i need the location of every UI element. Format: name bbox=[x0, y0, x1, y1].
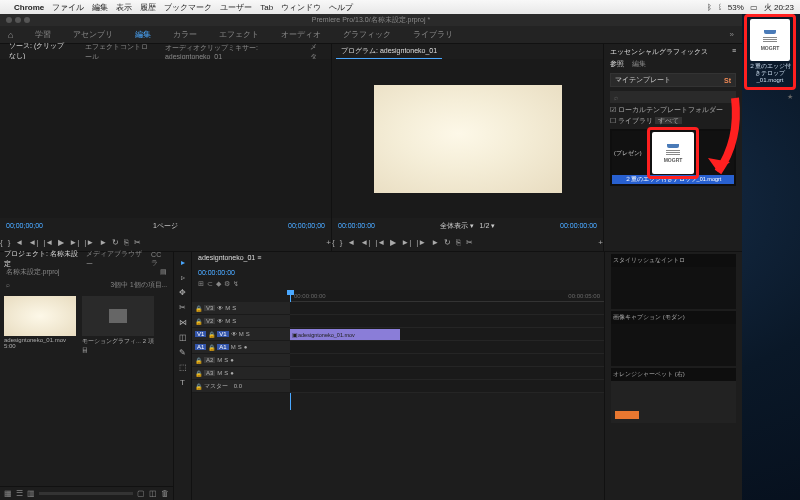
max-dot[interactable] bbox=[24, 17, 30, 23]
mark-out-icon[interactable]: } bbox=[8, 238, 11, 247]
hand-tool-icon[interactable]: ✎ bbox=[177, 346, 189, 358]
menu-file[interactable]: ファイル bbox=[52, 2, 84, 13]
v2-lock-icon[interactable]: 🔒 bbox=[195, 318, 202, 325]
clock[interactable]: 火 20:23 bbox=[764, 2, 794, 13]
freeform-icon[interactable]: ▥ bbox=[27, 489, 35, 498]
icon-view-icon[interactable]: ▦ bbox=[4, 489, 12, 498]
template-orange-sherbet[interactable]: オレンジシャーベット (右) bbox=[611, 368, 736, 423]
menu-edit[interactable]: 編集 bbox=[92, 2, 108, 13]
mark-in-icon[interactable]: { bbox=[0, 238, 3, 247]
program-fit[interactable]: 全体表示 bbox=[440, 222, 468, 229]
ripple-tool-icon[interactable]: ✥ bbox=[177, 286, 189, 298]
pen-tool-icon[interactable]: ◫ bbox=[177, 331, 189, 343]
track-a2[interactable]: A2 bbox=[204, 357, 215, 363]
p-mark-in-icon[interactable]: { bbox=[332, 238, 335, 247]
tl-snap-icon[interactable]: ⊞ bbox=[198, 280, 204, 288]
menu-window[interactable]: ウィンドウ bbox=[281, 2, 321, 13]
timeline-ruler[interactable]: 00:00:00:00 00:00:05:00 bbox=[290, 290, 604, 302]
tl-wrench-icon[interactable]: ⚙ bbox=[224, 280, 230, 288]
step-back-icon[interactable]: ◄| bbox=[28, 238, 38, 247]
app-name[interactable]: Chrome bbox=[14, 3, 44, 12]
ws-audio[interactable]: オーディオ bbox=[281, 29, 321, 40]
timeline-tracks[interactable]: ▣ adesigntoneko_01.mov bbox=[290, 302, 604, 393]
track-a3[interactable]: A3 bbox=[204, 370, 215, 376]
v3-lock-icon[interactable]: 🔒 bbox=[195, 305, 202, 312]
program-monitor[interactable] bbox=[332, 59, 603, 218]
trash-icon[interactable]: 🗑 bbox=[161, 489, 169, 498]
source-pager[interactable]: 1ページ bbox=[153, 221, 178, 231]
bluetooth-icon[interactable]: ᛒ bbox=[707, 3, 712, 12]
chk-library[interactable]: ☐ ライブラリ bbox=[610, 117, 653, 124]
new-item-icon[interactable]: ◫ bbox=[149, 489, 157, 498]
p-extract-icon[interactable]: ⎘ bbox=[456, 238, 461, 247]
overwrite-icon[interactable]: ✂ bbox=[134, 238, 141, 247]
ws-library[interactable]: ライブラリ bbox=[413, 29, 453, 40]
master-lock-icon[interactable]: 🔒 bbox=[195, 383, 202, 390]
step-fwd-icon[interactable]: |► bbox=[84, 238, 94, 247]
bin-folder[interactable]: モーショングラフィ... 2 項目 bbox=[82, 296, 154, 356]
v1-lock-icon[interactable]: 🔒 bbox=[208, 331, 215, 338]
p-goto-out-icon[interactable]: ► bbox=[431, 238, 439, 247]
source-tc-in[interactable]: 00;00;00;00 bbox=[6, 222, 43, 229]
p-step-fwd-icon[interactable]: |► bbox=[416, 238, 426, 247]
track-select-tool-icon[interactable]: ▹ bbox=[177, 271, 189, 283]
mogrt-template-card[interactable]: MOGRT bbox=[652, 132, 694, 174]
my-templates-btn[interactable]: マイテンプレート bbox=[615, 75, 671, 85]
tl-marker-icon[interactable]: ◆ bbox=[216, 280, 221, 288]
goto-out-icon[interactable]: ► bbox=[99, 238, 107, 247]
menu-bookmark[interactable]: ブックマーク bbox=[164, 2, 212, 13]
ess-search-input[interactable] bbox=[618, 90, 787, 105]
add-btn-icon[interactable]: + bbox=[326, 238, 331, 247]
ess-tab-browse[interactable]: 参照 bbox=[610, 59, 624, 71]
tab-program[interactable]: プログラム: adesigntoneko_01 bbox=[336, 44, 442, 59]
list-view-icon[interactable]: ☰ bbox=[16, 489, 23, 498]
home-icon[interactable]: ⌂ bbox=[8, 30, 13, 40]
p-goto-in-icon[interactable]: ◄ bbox=[347, 238, 355, 247]
ws-effects[interactable]: エフェクト bbox=[219, 29, 259, 40]
type-tool-icon[interactable]: T bbox=[177, 376, 189, 388]
min-dot[interactable] bbox=[15, 17, 21, 23]
p-add-btn-icon[interactable]: + bbox=[598, 238, 603, 247]
track-v3[interactable]: V3 bbox=[204, 305, 215, 311]
timeline-tc[interactable]: 00:00:00:00 bbox=[198, 269, 235, 276]
track-master[interactable]: マスター bbox=[204, 382, 228, 391]
timeline-title[interactable]: adesigntoneko_01 bbox=[198, 254, 255, 261]
menu-view[interactable]: 表示 bbox=[116, 2, 132, 13]
tab-cc[interactable]: CC ラ bbox=[151, 251, 169, 268]
source-monitor[interactable] bbox=[0, 59, 331, 218]
source-tc-out[interactable]: 00;00;00;00 bbox=[288, 222, 325, 229]
zoom-slider[interactable] bbox=[39, 492, 133, 495]
ws-color[interactable]: カラー bbox=[173, 29, 197, 40]
desktop-mogrt-file[interactable]: MOGRT ２重のエッジ付きテロップ_01.mogrt bbox=[744, 14, 796, 90]
program-ratio[interactable]: 1/2 bbox=[480, 222, 490, 229]
filter-icon[interactable]: ▤ bbox=[160, 268, 167, 277]
loop-icon[interactable]: ↻ bbox=[112, 238, 119, 247]
slip-tool-icon[interactable]: ⋈ bbox=[177, 316, 189, 328]
menu-help[interactable]: ヘルプ bbox=[329, 2, 353, 13]
ess-menu-icon[interactable]: ≡ bbox=[732, 47, 736, 56]
menu-user[interactable]: ユーザー bbox=[220, 2, 252, 13]
track-a1[interactable]: A1 bbox=[217, 344, 228, 350]
p-play-icon[interactable]: ▶ bbox=[390, 238, 396, 247]
track-v1[interactable]: V1 bbox=[217, 331, 228, 337]
p-step-back-icon[interactable]: ◄| bbox=[360, 238, 370, 247]
a3-lock-icon[interactable]: 🔒 bbox=[195, 370, 202, 377]
menu-history[interactable]: 履歴 bbox=[140, 2, 156, 13]
ess-tab-edit[interactable]: 編集 bbox=[632, 59, 646, 71]
p-mark-out-icon[interactable]: } bbox=[340, 238, 343, 247]
ws-graphics[interactable]: グラフィック bbox=[343, 29, 391, 40]
prev-icon[interactable]: |◄ bbox=[43, 238, 53, 247]
ws-overflow-icon[interactable]: » bbox=[730, 30, 734, 39]
bin-clip[interactable]: adesigntoneko_01.mov 5:00 bbox=[4, 296, 76, 356]
p-lift-icon[interactable]: ↻ bbox=[444, 238, 451, 247]
program-tc-in[interactable]: 00:00:00:00 bbox=[338, 222, 375, 229]
tl-settings-icon[interactable]: ↯ bbox=[233, 280, 239, 288]
razor-tool-icon[interactable]: ✂ bbox=[177, 301, 189, 313]
template-stylish-intro[interactable]: スタイリッシュなイントロ bbox=[611, 254, 736, 309]
menu-tab[interactable]: Tab bbox=[260, 3, 273, 12]
chk-local-folder[interactable]: ☑ ローカルテンプレートフォルダー bbox=[604, 105, 742, 116]
a2-lock-icon[interactable]: 🔒 bbox=[195, 357, 202, 364]
play-icon[interactable]: ▶ bbox=[58, 238, 64, 247]
stock-icon[interactable]: St bbox=[724, 77, 731, 84]
template-image-caption[interactable]: 画像キャプション (モダン) bbox=[611, 311, 736, 366]
